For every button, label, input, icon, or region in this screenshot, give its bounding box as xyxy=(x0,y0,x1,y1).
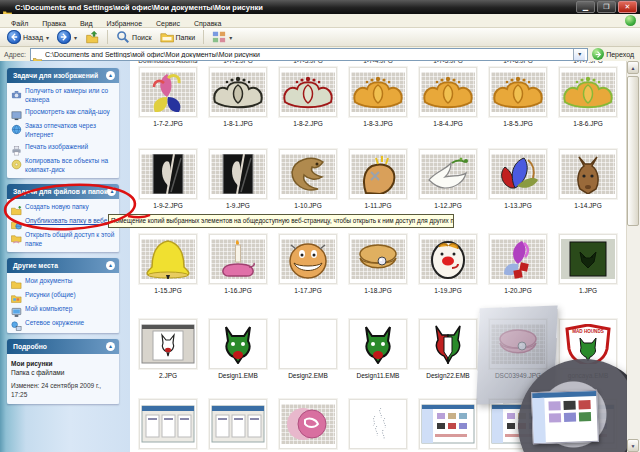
picture-task-item-4[interactable]: Копировать все объекты на компакт-диск xyxy=(11,157,116,174)
file-item[interactable]: Design11.EMB xyxy=(343,319,413,379)
thumbnail-row-1: 1-7-2.JPG1-8-1.JPG1-8-2.JPG1-8-3.JPG1-8-… xyxy=(133,67,623,127)
file-item[interactable]: 1-12.JPG xyxy=(413,149,483,209)
menu-item-3[interactable]: Избранное xyxy=(100,20,149,27)
file-item[interactable]: 1-13.JPG xyxy=(483,149,553,209)
file-item[interactable]: 1-8-4.JPG xyxy=(413,67,483,127)
file-tasks-header[interactable]: Задачи для файлов и папок ▴ xyxy=(7,184,119,199)
address-input[interactable]: C:\Documents and Settings\мой офис\Мои д… xyxy=(30,48,588,61)
menu-item-5[interactable]: Справка xyxy=(187,20,228,27)
other-place-item-1[interactable]: Рисунки (общие) xyxy=(11,291,116,301)
forward-dropdown-icon[interactable]: ▾ xyxy=(74,34,77,41)
file-task-item-0[interactable]: Создать новую папку xyxy=(11,203,116,213)
other-place-item-2[interactable]: Мой компьютер xyxy=(11,305,116,315)
menu-item-1[interactable]: Правка xyxy=(35,20,73,27)
forward-button[interactable]: ▾ xyxy=(54,29,80,45)
views-icon xyxy=(212,30,226,44)
details-body: Мои рисунки Папка с файлами Изменен: 24 … xyxy=(7,354,119,404)
views-dropdown-icon[interactable]: ▾ xyxy=(229,34,232,41)
minimize-button[interactable]: ▁ xyxy=(576,1,595,13)
file-item[interactable]: 1.JPG xyxy=(553,234,623,294)
other-place-item-0[interactable]: Мои документы xyxy=(11,277,116,287)
file-thumbnail xyxy=(349,149,407,199)
file-thumbnail xyxy=(139,149,197,199)
file-name: 1-19.JPG xyxy=(434,287,461,294)
file-item[interactable]: Безымянный.JPG xyxy=(273,399,343,452)
details-header[interactable]: Подробно ▴ xyxy=(7,339,119,354)
file-task-item-2[interactable]: Открыть общий доступ к этой папке xyxy=(11,231,116,248)
back-button[interactable]: Назад ▾ xyxy=(4,29,52,45)
chevron-up-icon[interactable]: ▴ xyxy=(106,342,115,351)
file-item[interactable]: 1-8-2.JPG xyxy=(273,67,343,127)
picture-task-item-3[interactable]: Печать изображений xyxy=(11,143,116,153)
folders-button[interactable]: Папки xyxy=(157,29,199,45)
file-item[interactable]: 1-15.JPG xyxy=(133,234,203,294)
picture-tasks-header[interactable]: Задачи для изображений ▴ xyxy=(7,68,119,83)
menu-item-2[interactable]: Вид xyxy=(73,20,100,27)
address-dropdown-icon[interactable]: ▾ xyxy=(573,49,585,60)
maximize-button[interactable]: ❐ xyxy=(597,1,616,13)
folder-up-icon xyxy=(85,30,99,44)
file-item[interactable]: 1-8-3.JPG xyxy=(343,67,413,127)
picture-task-item-1[interactable]: Просмотреть как слайд-шоу xyxy=(11,108,116,118)
file-item[interactable]: 1-18.JPG xyxy=(343,234,413,294)
up-button[interactable] xyxy=(82,29,102,45)
scroll-down-button[interactable]: ▼ xyxy=(627,439,639,452)
file-item[interactable]: 1-8-5.JPG xyxy=(483,67,553,127)
file-item[interactable]: 1-8-1.JPG xyxy=(203,67,273,127)
file-item[interactable]: Безымянный2.bmp xyxy=(133,399,203,452)
file-item[interactable]: Design2.EMB xyxy=(273,319,343,379)
vertical-scrollbar[interactable]: ▲ ▼ xyxy=(626,61,640,452)
file-item[interactable]: 1-8-6.JPG xyxy=(553,67,623,127)
file-item[interactable]: Design1.EMB xyxy=(203,319,273,379)
chevron-up-icon[interactable]: ▴ xyxy=(106,261,115,270)
picture-task-item-0[interactable]: Получить от камеры или со сканера xyxy=(11,87,116,104)
eagle-thumbnail-image xyxy=(281,154,335,194)
file-item[interactable]: 2.JPG xyxy=(133,319,203,379)
file-item[interactable]: 1-9-2.JPG xyxy=(133,149,203,209)
file-item[interactable]: 9.JPG xyxy=(413,399,483,452)
file-item[interactable]: новый-1.cpt xyxy=(343,399,413,452)
file-item[interactable]: 1-16.JPG xyxy=(203,234,273,294)
file-item[interactable]: 1-17.JPG xyxy=(273,234,343,294)
scroll-up-button[interactable]: ▲ xyxy=(627,61,639,74)
views-button[interactable]: ▾ xyxy=(209,29,235,45)
task-label: Создать новую папку xyxy=(25,203,89,212)
file-item[interactable]: 1-20.JPG xyxy=(483,234,553,294)
other-places-header[interactable]: Другие места ▴ xyxy=(7,258,119,273)
picture-task-item-2[interactable]: Заказ отпечатков через Интернет xyxy=(11,122,116,139)
chevron-up-icon[interactable]: ▴ xyxy=(107,187,116,196)
file-name: Design1.EMB xyxy=(218,372,258,379)
file-thumbnail xyxy=(139,319,197,369)
file-thumbnail xyxy=(419,319,477,369)
scrollbar-thumb[interactable] xyxy=(627,76,639,226)
file-item[interactable]: Безымянный.bmp xyxy=(203,399,273,452)
horse-thumbnail-image xyxy=(561,154,615,194)
menu-item-0[interactable]: Файл xyxy=(4,20,35,27)
go-button[interactable]: Переход xyxy=(592,48,636,60)
address-folder-icon xyxy=(33,50,42,58)
file-item[interactable]: 1-9.JPG xyxy=(203,149,273,209)
file-task-item-1[interactable]: Опубликовать папку в вебе xyxy=(11,217,116,227)
file-thumbnail xyxy=(559,149,617,199)
address-path: C:\Documents and Settings\мой офис\Мои д… xyxy=(45,51,570,58)
search-button[interactable]: Поиск xyxy=(113,29,154,45)
swirl-thumbnail-image xyxy=(141,72,195,112)
file-item[interactable]: 1-11.JPG xyxy=(343,149,413,209)
file-item[interactable]: 1-19.JPG xyxy=(413,234,483,294)
file-thumbnail xyxy=(279,319,337,369)
sketch-thumbnail-image xyxy=(351,404,405,444)
menu-item-4[interactable]: Сервис xyxy=(149,20,187,27)
other-place-item-3[interactable]: Сетевое окружение xyxy=(11,319,116,329)
file-name: 1-14.JPG xyxy=(574,202,601,209)
file-item[interactable]: 1-14.JPG xyxy=(553,149,623,209)
back-dropdown-icon[interactable]: ▾ xyxy=(46,34,49,41)
file-item[interactable]: 1-7-2.JPG xyxy=(133,67,203,127)
shot-wolf-thumbnail-image xyxy=(140,321,196,367)
file-item[interactable]: 1-10.JPG xyxy=(273,149,343,209)
close-button[interactable]: ✕ xyxy=(618,1,637,13)
clipped-file-label: 1-7-7.JPG xyxy=(553,61,623,66)
slideshow-icon xyxy=(11,107,22,118)
file-item[interactable]: Design22.EMB xyxy=(413,319,483,379)
camera-scanner-icon xyxy=(11,86,22,97)
chevron-up-icon[interactable]: ▴ xyxy=(106,71,115,80)
